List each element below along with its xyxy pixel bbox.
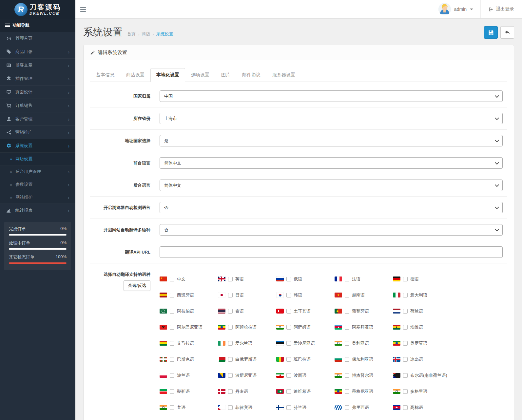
language-checkbox[interactable] (345, 341, 349, 346)
sidebar-item-sales[interactable]: 订单销售› (0, 99, 75, 112)
language-checkbox[interactable] (228, 405, 233, 410)
language-checkbox[interactable] (228, 325, 233, 330)
breadcrumb-item[interactable]: 系统设置 (156, 31, 173, 37)
province-select[interactable]: 上海市 (160, 113, 503, 124)
browser-detect-language-select[interactable]: 否 (160, 202, 503, 213)
language-checkbox[interactable] (403, 373, 408, 378)
language-checkbox[interactable] (286, 341, 291, 346)
flag-az-icon (335, 325, 342, 330)
address-country-select[interactable]: 是 (160, 135, 503, 146)
sidebar-subitem-admin-users[interactable]: »后台用户管理› (0, 165, 75, 178)
sidebar-item-customers[interactable]: 客户管理› (0, 112, 75, 126)
language-checkbox[interactable] (403, 293, 408, 297)
language-checkbox[interactable] (345, 325, 349, 330)
language-checkbox[interactable] (228, 277, 233, 281)
toggle-all-button[interactable]: 全选/反选 (124, 280, 150, 291)
language-checkbox[interactable] (286, 325, 291, 330)
order-stat-line: 完成订单0% (9, 226, 67, 232)
language-checkbox[interactable] (286, 405, 291, 410)
language-label: 越南语 (352, 292, 365, 298)
tab-基本信息[interactable]: 基本信息 (90, 68, 120, 82)
sidebar-item-design[interactable]: 页面设计› (0, 86, 75, 99)
translate-api-url-input[interactable] (160, 246, 503, 258)
language-checkbox[interactable] (403, 341, 408, 346)
language-checkbox[interactable] (345, 357, 349, 362)
sidebar-item-marketing[interactable]: 营销推广› (0, 126, 75, 139)
language-checkbox[interactable] (170, 277, 174, 281)
tab-图片[interactable]: 图片 (215, 68, 236, 82)
sidebar-item-system[interactable]: 系统设置› (0, 139, 75, 153)
language-checkbox[interactable] (170, 405, 174, 410)
language-checkbox[interactable] (403, 309, 408, 314)
header-spacer (91, 0, 431, 18)
sidebar-item-dashboard[interactable]: 管理首页 (0, 32, 75, 45)
language-label: 埃维语 (410, 324, 423, 330)
form-label-translate-languages: 选择自动翻译支持的语种全选/反选 (90, 269, 160, 415)
language-checkbox[interactable] (403, 277, 408, 281)
language-checkbox[interactable] (228, 309, 233, 314)
tab-邮件协议[interactable]: 邮件协议 (236, 68, 266, 82)
language-checkbox[interactable] (286, 293, 291, 297)
sidebar-item-extensions[interactable]: 插件管理› (0, 72, 75, 86)
breadcrumb-item[interactable]: 首页 (127, 31, 136, 37)
settings-panel: 编辑系统设置 基本信息商店设置本地化设置选项设置图片邮件协议服务器设置 国家归属… (83, 45, 514, 420)
hamburger-icon[interactable] (75, 0, 91, 18)
sidebar-item-catalog[interactable]: 商品目录› (0, 45, 75, 59)
language-checkbox[interactable] (345, 277, 349, 281)
language-checkbox[interactable] (286, 277, 291, 281)
flag-arab-icon (160, 309, 167, 314)
language-checkbox[interactable] (403, 357, 408, 362)
language-checkbox[interactable] (286, 389, 291, 394)
user-icon (6, 116, 11, 122)
order-stat-label: 处理中订单 (9, 240, 30, 246)
tab-选项设置[interactable]: 选项设置 (185, 68, 215, 82)
logout-button[interactable]: 退出登录 (480, 0, 522, 18)
admin-user-menu[interactable]: admin (431, 0, 480, 18)
save-button[interactable] (484, 26, 498, 39)
backend-language-select[interactable]: 简体中文 (160, 180, 503, 191)
tab-服务器设置[interactable]: 服务器设置 (266, 68, 301, 82)
language-checkbox[interactable] (403, 325, 408, 330)
language-checkbox[interactable] (228, 293, 233, 297)
language-label: 艾马拉语 (177, 340, 194, 346)
language-checkbox[interactable] (228, 357, 233, 362)
language-checkbox[interactable] (286, 373, 291, 378)
language-checkbox[interactable] (345, 309, 349, 314)
language-checkbox[interactable] (170, 389, 174, 394)
sidebar-subitem-maintenance[interactable]: »网站维护› (0, 191, 75, 204)
language-item: 意大利语 (393, 292, 451, 298)
chevron-right-icon: › (68, 76, 69, 81)
language-checkbox[interactable] (403, 389, 408, 394)
sidebar-subitem-store-settings[interactable]: »网店设置 (0, 153, 75, 165)
sidebar-item-reports[interactable]: 统计报表› (0, 204, 75, 217)
frontend-language-select[interactable]: 简体中文 (160, 157, 503, 169)
country-select[interactable]: 中国 (160, 90, 503, 102)
language-checkbox[interactable] (170, 325, 174, 330)
sidebar-item-blog[interactable]: 博客文章› (0, 59, 75, 72)
language-checkbox[interactable] (170, 341, 174, 346)
tab-本地化设置[interactable]: 本地化设置 (150, 68, 185, 82)
breadcrumb-item[interactable]: 商店 (142, 31, 150, 37)
sidebar-subitem-parameters[interactable]: »参数设置› (0, 178, 75, 191)
language-checkbox[interactable] (170, 293, 174, 297)
tab-商店设置[interactable]: 商店设置 (120, 68, 150, 82)
language-checkbox[interactable] (345, 373, 349, 378)
language-checkbox[interactable] (228, 389, 233, 394)
language-checkbox[interactable] (345, 405, 349, 410)
language-checkbox[interactable] (170, 373, 174, 378)
form-label-translate-api-url: 翻译API URL (90, 246, 160, 258)
language-checkbox[interactable] (345, 389, 349, 394)
language-checkbox[interactable] (170, 309, 174, 314)
site-auto-translate-select[interactable]: 否 (160, 224, 503, 236)
language-checkbox[interactable] (403, 405, 408, 410)
language-grid: 中文英语俄语法语德语西班牙语日语韩语越南语意大利语阿拉伯语泰语土耳其语葡萄牙语荷… (160, 269, 507, 415)
language-item: 巴斯克语 (160, 356, 218, 362)
language-checkbox[interactable] (228, 341, 233, 346)
language-checkbox[interactable] (170, 357, 174, 362)
language-item: 鞑靼语 (160, 389, 218, 394)
language-checkbox[interactable] (286, 357, 291, 362)
language-checkbox[interactable] (345, 293, 349, 297)
language-checkbox[interactable] (228, 373, 233, 378)
back-button[interactable] (500, 26, 514, 39)
language-checkbox[interactable] (286, 309, 291, 314)
